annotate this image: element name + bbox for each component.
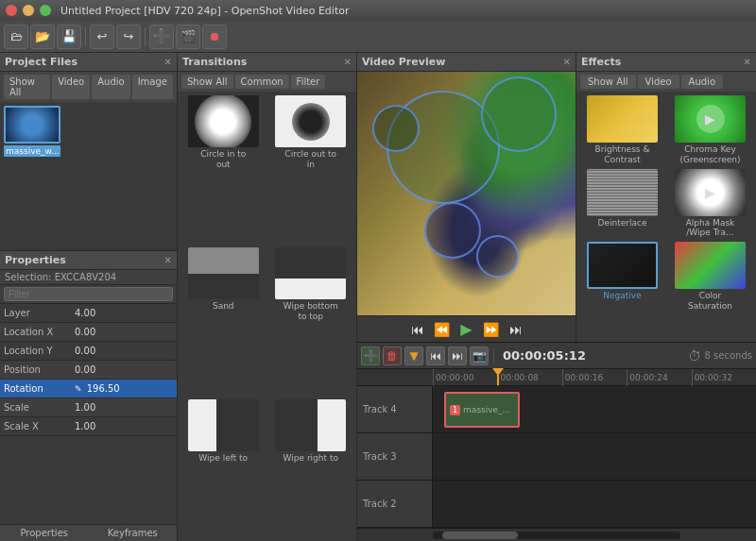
properties-header: Properties ✕ — [0, 251, 177, 270]
effect-color-sat[interactable]: ColorSaturation — [668, 242, 752, 312]
tl-prev-button[interactable]: ⏮ — [426, 347, 445, 365]
transition-wipe-bottom[interactable]: Wipe bottomto top — [269, 247, 353, 396]
effects-tab-video[interactable]: Video — [638, 75, 679, 89]
redo-button[interactable]: ↪ — [116, 25, 141, 49]
preview-image — [357, 72, 576, 315]
clip-button[interactable]: 🎬 — [176, 25, 200, 49]
tl-next-button[interactable]: ⏭ — [448, 347, 467, 365]
rewind-button[interactable]: ⏪ — [432, 319, 453, 340]
maximize-button[interactable] — [40, 5, 51, 16]
effect-alpha-mask[interactable]: ▶ Alpha Mask/Wipe Tra... — [668, 169, 752, 239]
effect-label: Chroma Key(Greenscreen) — [668, 144, 752, 165]
tab-audio[interactable]: Audio — [92, 75, 129, 99]
scrollbar-thumb[interactable] — [442, 532, 518, 539]
fastforward-button[interactable]: ⏩ — [481, 319, 502, 340]
properties-title: Properties — [5, 254, 66, 266]
effect-brightness[interactable]: Brightness &Contrast — [580, 95, 664, 165]
transition-thumb — [275, 247, 346, 299]
main-layout: Project Files ✕ Show All Video Audio Ima… — [0, 53, 756, 541]
properties-panel: Properties ✕ Selection: EXCCA8V204 Layer… — [0, 251, 177, 541]
record-button[interactable]: ⏺ — [202, 25, 227, 49]
transition-label: Wipe right to — [269, 453, 353, 464]
project-files-panel: Project Files ✕ Show All Video Audio Ima… — [0, 53, 177, 251]
prop-value-locx: 0.00 — [71, 327, 177, 337]
effect-thumb: ▶ — [675, 95, 746, 143]
prop-name-scale: Scale — [0, 402, 71, 413]
fastforward-end-button[interactable]: ⏭ — [506, 319, 526, 340]
transition-label: Wipe bottomto top — [269, 301, 353, 322]
tab-image[interactable]: Image — [132, 75, 173, 99]
tl-add-button[interactable]: ➕ — [361, 347, 380, 365]
properties-close[interactable]: ✕ — [164, 255, 172, 265]
top-row: Video Preview ✕ ⏮ ⏪ ▶ ⏩ — [357, 53, 756, 342]
transition-wipe-left[interactable]: Wipe left to — [181, 399, 266, 537]
open-button[interactable]: 📂 — [30, 25, 55, 49]
effect-thumb — [587, 242, 658, 289]
project-files-close[interactable]: ✕ — [164, 57, 172, 67]
tab-video[interactable]: Video — [52, 75, 90, 99]
save-button[interactable]: 💾 — [57, 25, 81, 49]
transition-circle-out-in[interactable]: Circle out toin — [269, 95, 353, 244]
tl-snap-button[interactable]: 📷 — [470, 347, 489, 365]
properties-bottom-tabs: Properties Keyframes — [0, 524, 177, 541]
track-2: Track 2 — [357, 481, 756, 528]
trans-tab-common[interactable]: Common — [235, 75, 289, 89]
effect-thumb: ▶ — [675, 169, 746, 216]
transition-sand[interactable]: Sand — [181, 247, 266, 396]
prop-name-scalex: Scale X — [0, 421, 71, 431]
toolbar-separator — [85, 27, 86, 46]
effects-grid: Brightness &Contrast ▶ Chroma Key(Greens… — [576, 92, 756, 315]
effect-label: Deinterlace — [580, 218, 664, 228]
tab-show-all[interactable]: Show All — [4, 75, 50, 99]
tab-keyframes[interactable]: Keyframes — [89, 525, 178, 541]
trans-tab-filter[interactable]: Filter — [291, 75, 326, 89]
filter-input[interactable] — [4, 287, 173, 301]
video-preview-close[interactable]: ✕ — [563, 57, 571, 67]
transition-thumb — [275, 399, 346, 451]
tracks: Track 4 1 massive_... Track 3 Track 2 — [357, 386, 756, 528]
project-files-title: Project Files — [5, 56, 77, 68]
transition-circle-in-out[interactable]: Circle in toout — [181, 95, 266, 244]
playhead[interactable] — [497, 369, 499, 385]
project-file-item[interactable]: massive_w... — [4, 106, 60, 157]
overlay-circle-3 — [372, 105, 420, 152]
play-button[interactable]: ▶ — [456, 319, 477, 340]
tl-delete-button[interactable]: 🗑 — [383, 347, 402, 365]
effects-close[interactable]: ✕ — [744, 57, 751, 67]
close-button[interactable] — [6, 5, 17, 16]
add-button[interactable]: ➕ — [149, 25, 174, 49]
transition-label: Circle in toout — [181, 149, 266, 170]
trans-tab-show-all[interactable]: Show All — [181, 75, 233, 89]
preview-canvas — [357, 72, 576, 315]
minimize-button[interactable] — [23, 5, 34, 16]
effects-tab-audio[interactable]: Audio — [681, 75, 723, 89]
overlay-circle-5 — [476, 235, 519, 278]
toolbar: 🗁 📂 💾 ↩ ↪ ➕ 🎬 ⏺ — [0, 21, 756, 53]
prop-value-locy: 0.00 — [71, 346, 177, 356]
ruler-mark-32: 00:00:32 — [692, 369, 756, 386]
transition-wipe-right[interactable]: Wipe right to — [269, 399, 353, 537]
prop-row-scalex: Scale X 1.00 — [0, 417, 177, 436]
prop-row-rotation[interactable]: Rotation ✎ 196.50 — [0, 380, 177, 398]
clip-massive[interactable]: 1 massive_... — [444, 392, 520, 428]
overlay-circle-2 — [481, 76, 557, 152]
tab-properties[interactable]: Properties — [0, 525, 89, 541]
track-content-2 — [433, 481, 756, 527]
effects-tab-show-all[interactable]: Show All — [580, 75, 636, 89]
effect-deinterlace[interactable]: Deinterlace — [580, 169, 664, 239]
tl-filter-button[interactable]: ▼ — [404, 347, 423, 365]
window-title: Untitled Project [HDV 720 24p] - OpenSho… — [60, 5, 349, 17]
rewind-start-button[interactable]: ⏮ — [407, 319, 428, 340]
ruler-marks: 00:00:00 00:00:08 00:00:16 00:00:24 00:0… — [433, 369, 756, 386]
effect-negative[interactable]: Negative — [580, 242, 664, 312]
effect-chroma[interactable]: ▶ Chroma Key(Greenscreen) — [668, 95, 752, 165]
video-preview-header: Video Preview ✕ — [357, 53, 576, 72]
track-content-4: 1 massive_... — [433, 386, 756, 432]
prop-value-position: 0.00 — [71, 364, 177, 375]
transitions-close[interactable]: ✕ — [344, 57, 352, 67]
prop-row-locy: Location Y 0.00 — [0, 342, 177, 361]
timeline-current-time: 00:00:05:12 — [503, 348, 586, 363]
new-button[interactable]: 🗁 — [4, 25, 28, 49]
undo-button[interactable]: ↩ — [90, 25, 114, 49]
video-preview-panel: Video Preview ✕ ⏮ ⏪ ▶ ⏩ — [357, 53, 576, 342]
